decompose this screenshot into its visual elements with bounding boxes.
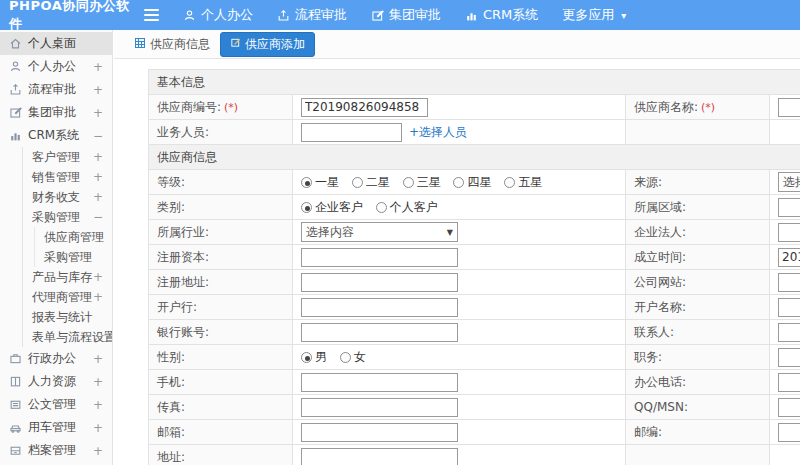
radio-gender-male[interactable]: 男 xyxy=(301,349,327,366)
expand-marker[interactable]: + xyxy=(93,352,103,366)
expand-marker[interactable]: + xyxy=(93,83,103,97)
office-phone-input[interactable] xyxy=(778,373,800,392)
sidebar-item-group-approval[interactable]: 集团审批 + xyxy=(0,101,112,124)
sidebar-item-personal-office[interactable]: 个人办公 + xyxy=(0,55,112,78)
section-row: 基本信息 xyxy=(149,70,800,95)
expand-marker[interactable]: + xyxy=(93,60,103,74)
form-row: 开户行: 开户名称: xyxy=(149,295,800,320)
website-input[interactable] xyxy=(778,273,800,292)
bank-input[interactable] xyxy=(301,298,458,317)
sidebar-item-reports[interactable]: 报表与统计 xyxy=(0,307,112,327)
section-row: 供应商信息 xyxy=(149,145,800,170)
radio-level-1[interactable]: 一星 xyxy=(301,174,339,191)
qq-msn-input[interactable] xyxy=(778,398,800,417)
business-person-input[interactable] xyxy=(301,123,402,142)
form-row: 类别: 企业客户 个人客户 所属区域: xyxy=(149,195,800,220)
source-select[interactable]: 选择内容 ▼ xyxy=(778,172,800,192)
section-title-supplier: 供应商信息 xyxy=(149,145,800,170)
form-panel: 基本信息 供应商编号:(*) 供应商名称:(*) xyxy=(114,59,800,465)
sidebar-item-admin-office[interactable]: 行政办公 + xyxy=(0,347,112,370)
form-row: 手机: 办公电话: xyxy=(149,370,800,395)
supplier-code-input[interactable] xyxy=(301,98,428,117)
mobile-input[interactable] xyxy=(301,373,458,392)
sidebar-item-label: 流程审批 xyxy=(28,81,76,98)
sidebar-item-label: 用车管理 xyxy=(28,419,76,436)
legal-person-input[interactable] xyxy=(778,223,800,242)
expand-marker[interactable]: + xyxy=(93,375,103,389)
expand-marker[interactable]: + xyxy=(93,421,103,435)
expand-marker[interactable]: + xyxy=(93,106,103,120)
collapse-marker[interactable]: − xyxy=(93,210,103,224)
expand-marker[interactable]: + xyxy=(93,290,103,304)
expand-marker[interactable]: + xyxy=(93,444,103,458)
sidebar-item-form-flow-settings[interactable]: 表单与流程设置+ xyxy=(0,327,112,347)
sidebar-item-personal-desktop[interactable]: 个人桌面 xyxy=(0,32,112,55)
sidebar-item-agent-mgmt[interactable]: 代理商管理 + xyxy=(0,287,112,307)
address-input[interactable] xyxy=(301,448,458,465)
sidebar-item-purchase-sub[interactable]: 采购管理 xyxy=(0,247,112,267)
industry-select[interactable]: 选择内容 ▼ xyxy=(301,222,458,242)
expand-marker[interactable]: + xyxy=(93,150,103,164)
sidebar-item-crm-system[interactable]: CRM系统 − xyxy=(0,124,112,147)
expand-marker[interactable]: + xyxy=(93,270,103,284)
expand-marker[interactable]: + xyxy=(93,190,103,204)
zip-input[interactable] xyxy=(778,423,800,442)
field-label-business-person: 业务人员: xyxy=(149,120,293,145)
supplier-name-input[interactable] xyxy=(778,98,800,117)
topnav-workflow-approval[interactable]: 流程审批 xyxy=(277,6,347,24)
sidebar-item-product-inventory[interactable]: 产品与库存 + xyxy=(0,267,112,287)
field-label-address: 地址: xyxy=(149,445,293,465)
menu-toggle-icon[interactable] xyxy=(144,9,159,21)
home-icon xyxy=(9,37,22,50)
topnav-crm-system[interactable]: CRM系统 xyxy=(465,6,538,24)
position-input[interactable] xyxy=(778,348,800,367)
radio-category-personal[interactable]: 个人客户 xyxy=(376,199,438,216)
topnav-more-apps[interactable]: 更多应用 ▾ xyxy=(562,6,626,24)
sidebar-item-finance[interactable]: 财务收支 + xyxy=(0,187,112,207)
edit-icon xyxy=(9,106,22,119)
expand-marker[interactable]: + xyxy=(93,170,103,184)
email-input[interactable] xyxy=(301,423,458,442)
registered-capital-input[interactable] xyxy=(301,248,458,267)
sidebar-item-purchase-mgmt[interactable]: 采购管理 − xyxy=(0,207,112,227)
topnav-group-approval[interactable]: 集团审批 xyxy=(371,6,441,24)
sidebar-item-hr[interactable]: 人力资源 + xyxy=(0,370,112,393)
topnav-personal-office[interactable]: 个人办公 xyxy=(183,6,253,24)
registered-address-input[interactable] xyxy=(301,273,458,292)
sidebar-item-label: 财务收支 xyxy=(32,189,80,206)
account-name-input[interactable] xyxy=(778,298,800,317)
sidebar-item-customer-mgmt[interactable]: 客户管理 + xyxy=(0,147,112,167)
radio-level-3[interactable]: 三星 xyxy=(403,174,441,191)
bank-account-no-input[interactable] xyxy=(301,323,458,342)
expand-marker[interactable]: + xyxy=(93,398,103,412)
radio-level-2[interactable]: 二星 xyxy=(352,174,390,191)
field-label-mobile: 手机: xyxy=(149,370,293,395)
sidebar-item-supplier-mgmt[interactable]: 供应商管理 xyxy=(0,227,112,247)
sidebar-item-archive-mgmt[interactable]: 档案管理 + xyxy=(0,439,112,462)
tab-supplier-info[interactable]: 供应商信息 xyxy=(134,36,210,53)
radio-level-4[interactable]: 四星 xyxy=(453,174,491,191)
topnav-label: 集团审批 xyxy=(389,6,441,24)
radio-category-company[interactable]: 企业客户 xyxy=(301,199,363,216)
sidebar-item-label: 产品与库存 xyxy=(32,269,92,286)
collapse-marker[interactable]: − xyxy=(93,129,103,143)
contact-input[interactable] xyxy=(778,323,800,342)
field-label-supplier-name: 供应商名称:(*) xyxy=(626,95,770,120)
sidebar-item-vehicle-mgmt[interactable]: 用车管理 + xyxy=(0,416,112,439)
choose-person-link[interactable]: +选择人员 xyxy=(409,125,467,139)
sidebar-item-sales-mgmt[interactable]: 销售管理 + xyxy=(0,167,112,187)
sidebar-item-document-mgmt[interactable]: 公文管理 + xyxy=(0,393,112,416)
sidebar-item-label: 报表与统计 xyxy=(32,309,92,326)
radio-gender-female[interactable]: 女 xyxy=(340,349,366,366)
sidebar-item-workflow-approval[interactable]: 流程审批 + xyxy=(0,78,112,101)
select-value: 选择内容 xyxy=(783,174,800,191)
field-label-registered-capital: 注册资本: xyxy=(149,245,293,270)
fax-input[interactable] xyxy=(301,398,458,417)
tab-supplier-add[interactable]: 供应商添加 xyxy=(220,32,315,57)
tab-label: 供应商信息 xyxy=(150,36,210,53)
radio-level-5[interactable]: 五星 xyxy=(504,174,542,191)
caret-down-icon: ▾ xyxy=(621,10,626,21)
region-input[interactable] xyxy=(778,198,800,217)
founded-date-input[interactable] xyxy=(778,248,800,267)
field-label-position: 职务: xyxy=(626,345,770,370)
